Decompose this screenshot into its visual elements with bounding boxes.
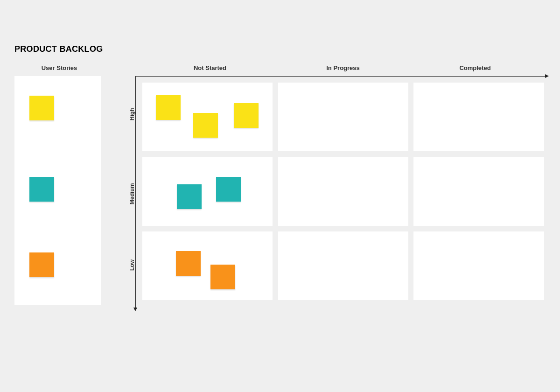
cell-medium-not-started[interactable] [142,157,273,226]
sticky-note[interactable] [156,95,181,120]
row-label-high: High [129,105,135,124]
arrowhead-right-icon [545,74,549,78]
arrowhead-down-icon [133,308,137,311]
sticky-note[interactable] [176,251,201,276]
row-label-medium: Medium [129,180,135,208]
cell-low-not-started[interactable] [142,231,273,300]
sticky-note[interactable] [193,113,218,138]
sticky-note[interactable] [29,96,54,120]
cell-medium-completed[interactable] [413,157,544,226]
cell-medium-in-progress[interactable] [278,157,408,226]
sticky-note[interactable] [234,103,259,128]
column-header-not-started: Not Started [189,64,231,71]
page-title: PRODUCT BACKLOG [14,44,103,54]
axis-horizontal [135,76,546,77]
column-header-in-progress: In Progress [322,64,364,71]
row-label-low: Low [129,258,135,272]
sticky-note[interactable] [216,177,241,202]
column-header-user-stories: User Stories [38,64,80,71]
cell-high-completed[interactable] [413,83,544,151]
column-header-completed: Completed [454,64,496,71]
sticky-note[interactable] [177,184,202,209]
cell-low-in-progress[interactable] [278,231,408,300]
cell-low-completed[interactable] [413,231,544,300]
cell-high-in-progress[interactable] [278,83,408,151]
sticky-note[interactable] [29,252,54,277]
sticky-note[interactable] [29,177,54,202]
sticky-note[interactable] [210,265,235,289]
cell-high-not-started[interactable] [142,83,273,151]
axis-vertical [135,76,136,308]
user-stories-panel[interactable] [14,76,101,305]
